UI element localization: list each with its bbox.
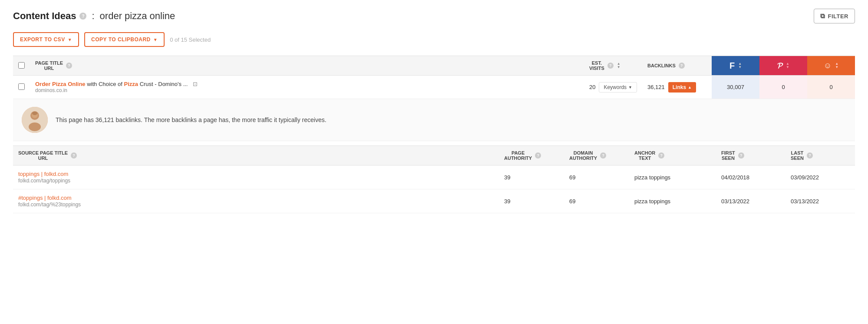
header-colon: : <box>92 10 94 22</box>
header-query: order pizza online <box>100 10 175 22</box>
facebook-value: 30,007 <box>712 76 759 99</box>
links-label: Links <box>673 84 686 90</box>
export-csv-button[interactable]: EXPORT TO CSV ▼ <box>13 32 79 47</box>
facebook-sort[interactable]: ▲▼ <box>738 62 742 69</box>
page-title: Content Ideas <box>13 10 76 22</box>
pinterest-value: 0 <box>759 76 807 99</box>
page-title-highlight: Pizza <box>124 81 138 87</box>
th-first-seen: FIRSTSEEN ? <box>716 146 785 165</box>
th-last-seen: LASTSEEN ? <box>785 146 855 165</box>
th-backlinks-info[interactable]: ? <box>679 63 685 69</box>
source-cell: #toppings | folkd.com folkd.com/tag/%23t… <box>13 189 499 213</box>
select-all-checkbox[interactable] <box>18 62 25 69</box>
facebook-icon: f <box>729 61 735 71</box>
visits-value: 20 <box>589 84 595 90</box>
source-cell: toppings | folkd.com folkd.com/tag/toppi… <box>13 165 499 189</box>
th-est-visits: EST.VISITS ? ▲▼ <box>584 56 642 76</box>
th-backlinks-label: BACKLINKS <box>647 63 676 68</box>
export-csv-chevron: ▼ <box>68 37 72 42</box>
th-facebook: f ▲▼ <box>712 56 759 76</box>
copy-clipboard-button[interactable]: COPY TO CLIPBOARD ▼ <box>84 32 165 47</box>
th-last-seen-info[interactable]: ? <box>807 152 813 159</box>
filter-button[interactable]: ⧉ FILTER <box>814 9 855 23</box>
links-chevron: ▲ <box>688 85 692 89</box>
main-table: PAGE TITLEURL ? EST.VISITS ? ▲▼ BACKLINK… <box>13 56 855 141</box>
source-url: folkd.com/tag/%23toppings <box>18 202 81 208</box>
first-seen-cell: 04/02/2018 <box>716 165 785 189</box>
est-visits-cell: 20 Keywords ▼ <box>584 76 642 99</box>
th-first-seen-info[interactable]: ? <box>738 152 744 159</box>
pinterest-sort[interactable]: ▲▼ <box>786 62 789 69</box>
th-page-authority: PAGEAUTHORITY ? <box>499 146 564 165</box>
source-title-link[interactable]: toppings | folkd.com <box>18 171 68 177</box>
page-title-middle: with Choice of <box>87 81 124 87</box>
last-seen-cell: 03/09/2022 <box>785 165 855 189</box>
svg-point-2 <box>29 122 41 131</box>
first-seen-cell: 03/13/2022 <box>716 189 785 213</box>
backlinks-cell: 36,121 Links ▲ <box>642 76 712 99</box>
copy-clipboard-label: COPY TO CLIPBOARD <box>91 36 151 43</box>
th-pinterest: 𝓟 ▲▼ <box>759 56 807 76</box>
keywords-button[interactable]: Keywords ▼ <box>599 82 637 93</box>
filter-icon: ⧉ <box>820 12 825 20</box>
insight-text: This page has 36,121 backlinks. The more… <box>56 116 327 125</box>
da-cell: 69 <box>564 165 629 189</box>
backlinks-table: SOURCE PAGE TITLEURL ? PAGEAUTHORITY ? D… <box>13 145 855 213</box>
keywords-label: Keywords <box>604 84 627 90</box>
anchor-text-cell: pizza toppings <box>629 189 716 213</box>
th-last-seen-label: LASTSEEN <box>791 150 804 161</box>
th-anchor-text: ANCHORTEXT ? <box>629 146 716 165</box>
row-checkbox[interactable] <box>18 83 25 90</box>
anchor-text-cell: pizza toppings <box>629 165 716 189</box>
table-row: Order Pizza Online with Choice of Pizza … <box>13 76 855 99</box>
avatar <box>22 107 48 133</box>
selected-count: 0 of 15 Selected <box>170 36 211 43</box>
source-url: folkd.com/tag/toppings <box>18 178 70 184</box>
th-est-visits-label: EST.VISITS <box>589 60 604 71</box>
th-source-label: SOURCE PAGE TITLEURL <box>18 150 68 161</box>
th-reddit: ☺ ▲▼ <box>807 56 855 76</box>
th-anchor-info[interactable]: ? <box>658 152 664 159</box>
page-title-link[interactable]: Order Pizza Online <box>35 81 87 87</box>
pinterest-icon: 𝓟 <box>777 61 782 70</box>
th-da-info[interactable]: ? <box>600 152 606 159</box>
th-est-visits-info[interactable]: ? <box>607 63 614 69</box>
insight-row: This page has 36,121 backlinks. The more… <box>13 99 855 141</box>
est-visits-sort[interactable]: ▲▼ <box>617 62 620 69</box>
reddit-value: 0 <box>807 76 855 99</box>
backlinks-table-section: SOURCE PAGE TITLEURL ? PAGEAUTHORITY ? D… <box>13 145 855 213</box>
header-info-icon[interactable]: ? <box>79 13 86 20</box>
th-page-title-label: PAGE TITLEURL <box>35 60 63 71</box>
th-pa-label: PAGEAUTHORITY <box>504 150 532 161</box>
backlinks-value: 36,121 <box>647 84 665 90</box>
external-link-icon[interactable]: ⊡ <box>193 81 198 87</box>
da-cell: 69 <box>564 189 629 213</box>
page-header: Content Ideas ? : order pizza online ⧉ F… <box>13 9 855 23</box>
links-button[interactable]: Links ▲ <box>668 82 696 93</box>
th-page-title: PAGE TITLEURL ? <box>30 56 584 76</box>
th-first-seen-label: FIRSTSEEN <box>721 150 735 161</box>
page-title-cell: Order Pizza Online with Choice of Pizza … <box>30 76 584 99</box>
pa-cell: 39 <box>499 165 564 189</box>
filter-button-label: FILTER <box>828 13 848 20</box>
keywords-chevron: ▼ <box>628 85 632 89</box>
export-csv-label: EXPORT TO CSV <box>20 36 65 43</box>
th-domain-authority: DOMAINAUTHORITY ? <box>564 146 629 165</box>
th-source-page: SOURCE PAGE TITLEURL ? <box>13 146 499 165</box>
pa-cell: 39 <box>499 189 564 213</box>
svg-point-4 <box>32 112 37 115</box>
source-title-link[interactable]: #toppings | folkd.com <box>18 195 72 201</box>
backlinks-row: toppings | folkd.com folkd.com/tag/toppi… <box>13 165 855 189</box>
th-source-info[interactable]: ? <box>71 152 77 159</box>
reddit-icon: ☺ <box>824 61 832 70</box>
th-pa-info[interactable]: ? <box>535 152 541 159</box>
th-page-title-info[interactable]: ? <box>66 63 72 69</box>
reddit-sort[interactable]: ▲▼ <box>835 62 838 69</box>
page-url: dominos.co.in <box>35 87 579 93</box>
header-left: Content Ideas ? : order pizza online <box>13 10 175 22</box>
th-backlinks: BACKLINKS ? <box>642 56 712 76</box>
backlinks-row: #toppings | folkd.com folkd.com/tag/%23t… <box>13 189 855 213</box>
insight-content: This page has 36,121 backlinks. The more… <box>22 107 846 133</box>
last-seen-cell: 03/13/2022 <box>785 189 855 213</box>
th-da-label: DOMAINAUTHORITY <box>569 150 597 161</box>
